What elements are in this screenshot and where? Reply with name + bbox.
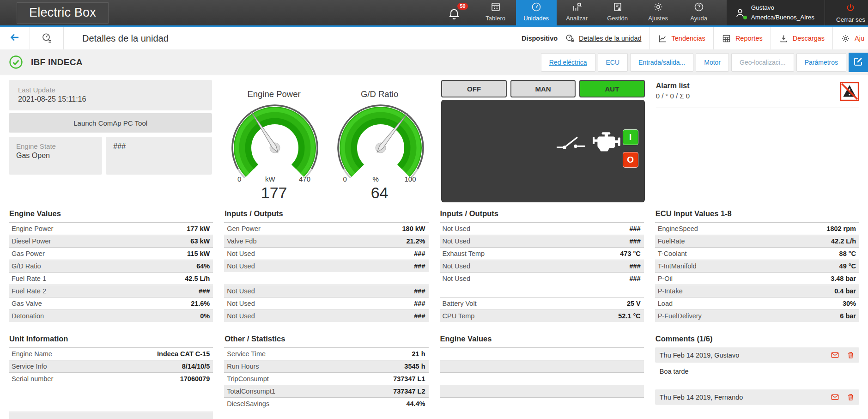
table-row: Fuel Rate 2### <box>9 285 213 297</box>
row-value: 473 °C <box>620 250 641 257</box>
row-label: Service Time <box>227 350 266 358</box>
help-icon <box>693 1 704 12</box>
table-title: Engine Values <box>9 209 213 218</box>
row-value: ### <box>199 287 210 295</box>
tab-motor[interactable]: Motor <box>696 53 729 72</box>
gauge-title: G/D Ratio <box>329 89 431 99</box>
table-row: Load30% <box>655 297 859 310</box>
breaker-open-button[interactable]: O <box>623 152 638 168</box>
launch-button-label: Launch ComAp PC Tool <box>73 119 147 127</box>
table-row: Engine Power177 kW <box>9 222 213 235</box>
table-row: TripConsumpt737347 L1 <box>224 372 428 385</box>
unit-information-table: Unit InformationEngine NameIndeca CAT C-… <box>9 334 213 419</box>
nav-item-tablero[interactable]: Tablero <box>475 0 516 25</box>
row-label: Valve Fdb <box>227 237 256 245</box>
comment-item: Thu Feb 14 2019, GustavoBoa tarde <box>655 347 859 382</box>
other-statistics-table: Other / StatisticsService Time21 hRun Ho… <box>224 334 428 419</box>
edit-unit-button[interactable] <box>849 53 868 72</box>
table-row: P-FuelDelivery6 bar <box>655 310 859 322</box>
link-reports[interactable]: Reportes <box>714 27 771 49</box>
comment-item: Thu Feb 14 2019, Fernando <box>655 389 859 405</box>
back-button[interactable] <box>0 27 30 49</box>
comment-date-author: Thu Feb 14 2019, Fernando <box>660 394 743 401</box>
row-value: ### <box>630 225 641 232</box>
app-logo-label: Electric Box <box>29 6 96 20</box>
row-value: 0% <box>200 312 210 320</box>
unit-info-column: Last Update 2021-08-25 15:11:16 Launch C… <box>9 80 212 202</box>
table-row: Gas Valve21.6% <box>9 297 213 310</box>
row-label: CPU Temp <box>443 312 475 320</box>
email-icon[interactable] <box>831 351 839 359</box>
table-row: Detonation0% <box>9 310 213 322</box>
control-column: OFF MAN AUT <box>441 80 644 202</box>
table-row <box>440 372 644 385</box>
link-trends[interactable]: Tendencias <box>650 27 713 49</box>
table-row: Not Used### <box>224 247 428 260</box>
row-label: Not Used <box>443 237 470 245</box>
table-title: Inputs / Outputs <box>225 209 428 218</box>
mode-off-button[interactable]: OFF <box>441 80 506 97</box>
nav-item-ayuda[interactable]: Ayuda <box>679 0 719 25</box>
nav-item-unidades[interactable]: Unidades <box>516 0 557 25</box>
inputs-outputs-table-2: Inputs / OutputsNot Used###Not Used###Ex… <box>440 209 644 322</box>
gauge-unit: kW <box>265 175 275 183</box>
gauge-max: 470 <box>299 175 310 183</box>
gauge-scale: 0%100 <box>343 175 416 183</box>
table-row: CPU Temp52.1 °C <box>440 310 644 322</box>
user-menu-button[interactable]: Gustavo America/Buenos_Aires <box>727 0 825 25</box>
table-row: DieselSavings44.4% <box>224 397 428 410</box>
back-arrow-icon <box>9 32 20 45</box>
table-row: P-Oil3.48 bar <box>655 272 859 285</box>
row-label: Diesel Power <box>12 237 51 245</box>
link-unit-details[interactable]: Detalles de la unidad <box>565 27 649 49</box>
gear-icon <box>653 1 664 12</box>
mode-aut-button[interactable]: AUT <box>579 80 644 97</box>
device-details-icon <box>565 34 575 43</box>
mode-man-button[interactable]: MAN <box>510 80 576 97</box>
comments-title: Comments (1/6) <box>656 334 859 343</box>
gauge-gd-ratio: G/D Ratio0%10064 <box>329 80 431 202</box>
email-icon[interactable] <box>831 393 839 401</box>
table-row: FuelRate42.2 L/h <box>655 235 859 247</box>
row-value: 52.1 °C <box>618 312 641 320</box>
ecu-input-values-table: ECU Input Values 1-8EngineSpeed1802 rpmF… <box>655 209 859 322</box>
breaker-close-button[interactable]: I <box>623 129 638 145</box>
nav-item-gestion[interactable]: Gestión <box>597 0 638 25</box>
gauge-title: Engine Power <box>223 89 325 99</box>
row-label: Not Used <box>227 300 255 307</box>
row-value: ### <box>630 237 641 245</box>
logout-label: Cerrar ses <box>836 16 865 23</box>
link-label: Aju <box>855 35 864 42</box>
tab-entrada-salida[interactable]: Entrada/salida... <box>630 53 693 72</box>
tab-geo-localizaci[interactable]: Geo-localizaci... <box>731 53 794 72</box>
mode-selector: OFF MAN AUT <box>441 80 644 97</box>
trash-icon[interactable] <box>846 351 855 359</box>
tab-red-el-ctrica[interactable]: Red eléctrica <box>541 53 595 72</box>
tables-row-1: Engine ValuesEngine Power177 kWDiesel Po… <box>9 209 859 322</box>
row-label: P-FuelDelivery <box>658 312 702 320</box>
nav-item-label: Tablero <box>486 15 505 22</box>
logout-button[interactable]: Cerrar ses <box>825 3 868 23</box>
launch-comap-pc-tool-button[interactable]: Launch ComAp PC Tool <box>9 113 212 133</box>
management-icon <box>612 1 623 12</box>
row-value: 177 kW <box>187 225 210 232</box>
nav-item-analizar[interactable]: Analizar <box>557 0 597 25</box>
link-downloads[interactable]: Descargas <box>771 27 832 49</box>
table-title: Inputs / Outputs <box>440 209 644 218</box>
alarm-list-button[interactable] <box>840 82 859 101</box>
table-row <box>440 385 644 397</box>
table-row: TotalConsumpt1737347 L2 <box>224 385 428 397</box>
table-row: Valve Fdb21.2% <box>224 235 428 247</box>
nav-item-label: Ajustes <box>648 15 668 22</box>
tab-ecu[interactable]: ECU <box>598 53 628 72</box>
edit-icon <box>853 56 864 69</box>
link-settings[interactable]: Aju <box>833 27 868 49</box>
trash-icon[interactable] <box>846 393 855 401</box>
nav-item-ajustes[interactable]: Ajustes <box>638 0 679 25</box>
notifications-button[interactable]: 50 <box>448 6 461 20</box>
tab-label: ECU <box>606 59 620 66</box>
main-nav-wrap: 50 TableroUnidadesAnalizarGestiónAjustes… <box>448 0 868 25</box>
table-row: Service Time21 h <box>224 347 428 360</box>
tab-par-metros[interactable]: Parámetros <box>796 53 846 72</box>
tab-label: Parámetros <box>805 59 838 66</box>
